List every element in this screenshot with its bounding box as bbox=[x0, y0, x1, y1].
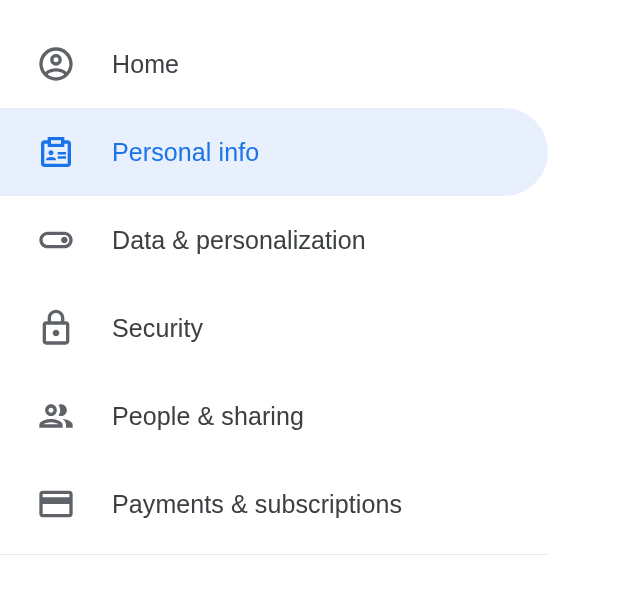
lock-icon bbox=[36, 308, 76, 348]
sidebar-item-personal-info[interactable]: Personal info bbox=[0, 108, 548, 196]
sidebar-item-label: Home bbox=[112, 50, 179, 79]
toggle-icon bbox=[36, 220, 76, 260]
account-circle-icon bbox=[36, 44, 76, 84]
sidebar-item-security[interactable]: Security bbox=[0, 284, 548, 372]
divider bbox=[0, 554, 548, 555]
sidebar-item-label: Data & personalization bbox=[112, 226, 366, 255]
sidebar-item-label: Personal info bbox=[112, 138, 259, 167]
sidebar-item-payments-subscriptions[interactable]: Payments & subscriptions bbox=[0, 460, 548, 548]
sidebar-item-label: People & sharing bbox=[112, 402, 304, 431]
people-icon bbox=[36, 396, 76, 436]
sidebar-item-label: Payments & subscriptions bbox=[112, 490, 402, 519]
credit-card-icon bbox=[36, 484, 76, 524]
badge-icon bbox=[36, 132, 76, 172]
sidebar-nav: Home Personal info Data & personalizatio… bbox=[0, 0, 620, 555]
sidebar-item-data-personalization[interactable]: Data & personalization bbox=[0, 196, 548, 284]
sidebar-item-people-sharing[interactable]: People & sharing bbox=[0, 372, 548, 460]
sidebar-item-home[interactable]: Home bbox=[0, 20, 548, 108]
sidebar-item-label: Security bbox=[112, 314, 203, 343]
